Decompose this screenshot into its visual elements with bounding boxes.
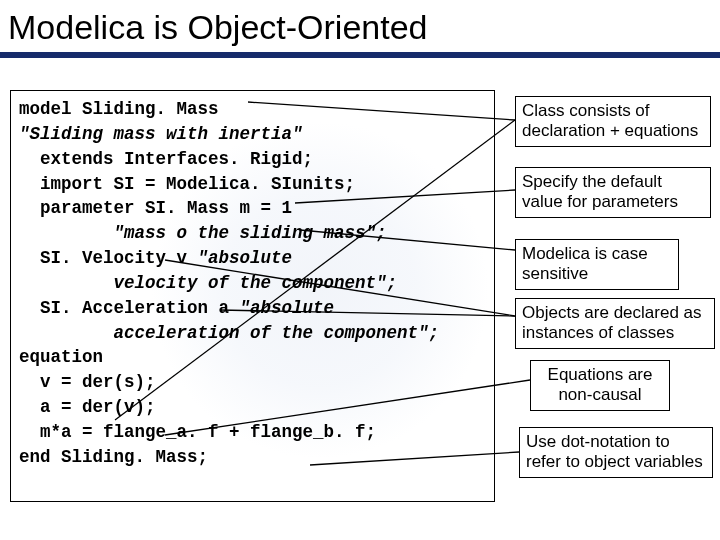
code-line: parameter SI. Mass m = 1 (19, 196, 486, 221)
code-line: "Sliding mass with inertia" (19, 122, 486, 147)
slide-title: Modelica is Object-Oriented (8, 8, 428, 47)
title-underline (0, 52, 720, 58)
code-line: velocity of the component"; (19, 271, 486, 296)
slide: Modelica is Object-Oriented model Slidin… (0, 0, 720, 540)
note-equations-noncausal: Equations are non-causal (530, 360, 670, 411)
code-block: model Sliding. Mass"Sliding mass with in… (10, 90, 495, 502)
note-default-value: Specify the default value for parameters (515, 167, 711, 218)
code-line: model Sliding. Mass (19, 97, 486, 122)
code-line: extends Interfaces. Rigid; (19, 147, 486, 172)
code-line: a = der(v); (19, 395, 486, 420)
note-objects-instances: Objects are declared as instances of cla… (515, 298, 715, 349)
note-case-sensitive: Modelica is case sensitive (515, 239, 679, 290)
code-line: SI. Velocity v "absolute (19, 246, 486, 271)
code-line: end Sliding. Mass; (19, 445, 486, 470)
code-line: SI. Acceleration a "absolute (19, 296, 486, 321)
code-line: m*a = flange_a. f + flange_b. f; (19, 420, 486, 445)
note-class-consists: Class consists of declaration + equation… (515, 96, 711, 147)
code-line: import SI = Modelica. SIunits; (19, 172, 486, 197)
code-line: acceleration of the component"; (19, 321, 486, 346)
note-dot-notation: Use dot-notation to refer to object vari… (519, 427, 713, 478)
code-line: "mass o the sliding mass"; (19, 221, 486, 246)
code-line: equation (19, 345, 486, 370)
code-line: v = der(s); (19, 370, 486, 395)
